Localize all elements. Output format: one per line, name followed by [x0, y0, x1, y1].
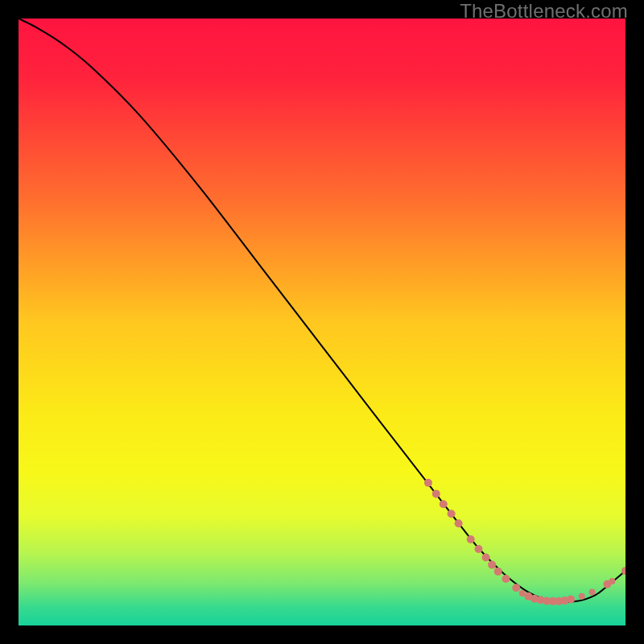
highlight-point: [482, 554, 490, 562]
highlight-point: [512, 584, 520, 592]
highlight-point: [567, 596, 575, 604]
highlight-point: [502, 575, 510, 583]
highlight-point: [494, 568, 502, 576]
highlight-point: [579, 593, 585, 600]
highlight-point: [440, 500, 448, 508]
highlight-point: [488, 561, 496, 569]
highlight-point: [609, 578, 615, 584]
chart-svg: [19, 19, 625, 625]
highlight-point: [455, 519, 463, 527]
plot-area: [19, 19, 625, 625]
highlight-point: [475, 545, 483, 553]
highlight-point: [424, 479, 432, 487]
heat-background: [19, 19, 625, 625]
highlight-point: [448, 510, 456, 518]
highlight-point: [589, 589, 596, 596]
highlight-point: [432, 489, 440, 497]
chart-frame: TheBottleneck.com: [0, 0, 644, 644]
watermark-text: TheBottleneck.com: [460, 0, 628, 23]
highlight-point: [467, 535, 475, 543]
